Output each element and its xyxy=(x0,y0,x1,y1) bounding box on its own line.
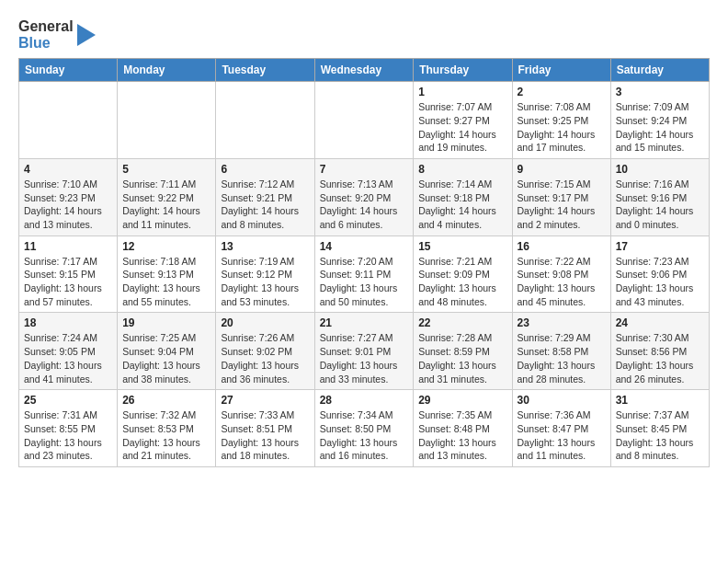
calendar-weekday-header: Tuesday xyxy=(216,59,314,82)
day-info: Sunrise: 7:22 AM Sunset: 9:08 PM Dayligh… xyxy=(518,255,606,309)
calendar-cell: 24Sunrise: 7:30 AM Sunset: 8:56 PM Dayli… xyxy=(610,313,709,390)
calendar-cell: 15Sunrise: 7:21 AM Sunset: 9:09 PM Dayli… xyxy=(414,236,512,313)
day-info: Sunrise: 7:21 AM Sunset: 9:09 PM Dayligh… xyxy=(418,255,506,309)
calendar-cell xyxy=(216,82,314,159)
day-number: 14 xyxy=(320,240,409,253)
calendar-cell: 6Sunrise: 7:12 AM Sunset: 9:21 PM Daylig… xyxy=(216,158,314,236)
logo-blue: Blue xyxy=(18,35,74,52)
calendar-cell: 18Sunrise: 7:24 AM Sunset: 9:05 PM Dayli… xyxy=(19,313,118,390)
day-info: Sunrise: 7:28 AM Sunset: 8:59 PM Dayligh… xyxy=(418,331,506,385)
calendar-cell: 9Sunrise: 7:15 AM Sunset: 9:17 PM Daylig… xyxy=(512,158,610,236)
calendar-cell: 13Sunrise: 7:19 AM Sunset: 9:12 PM Dayli… xyxy=(216,236,314,313)
day-number: 25 xyxy=(24,394,112,407)
day-info: Sunrise: 7:30 AM Sunset: 8:56 PM Dayligh… xyxy=(616,331,704,385)
day-number: 13 xyxy=(221,240,309,253)
calendar-cell: 23Sunrise: 7:29 AM Sunset: 8:58 PM Dayli… xyxy=(512,313,610,390)
day-info: Sunrise: 7:09 AM Sunset: 9:24 PM Dayligh… xyxy=(616,100,704,155)
day-info: Sunrise: 7:25 AM Sunset: 9:04 PM Dayligh… xyxy=(122,331,210,385)
day-info: Sunrise: 7:12 AM Sunset: 9:21 PM Dayligh… xyxy=(221,178,309,232)
calendar-week-row: 25Sunrise: 7:31 AM Sunset: 8:55 PM Dayli… xyxy=(19,390,710,467)
page-header: General Blue xyxy=(18,15,710,51)
calendar-weekday-header: Thursday xyxy=(414,59,512,82)
day-number: 30 xyxy=(518,394,606,407)
day-number: 21 xyxy=(320,316,409,329)
day-number: 2 xyxy=(518,86,606,98)
day-number: 31 xyxy=(616,394,704,407)
calendar-cell: 17Sunrise: 7:23 AM Sunset: 9:06 PM Dayli… xyxy=(610,236,709,313)
day-number: 1 xyxy=(418,86,506,98)
calendar-weekday-header: Sunday xyxy=(19,59,118,82)
calendar-header-row: SundayMondayTuesdayWednesdayThursdayFrid… xyxy=(19,59,710,82)
calendar-week-row: 18Sunrise: 7:24 AM Sunset: 9:05 PM Dayli… xyxy=(19,313,710,390)
day-number: 12 xyxy=(122,240,210,253)
calendar-cell xyxy=(19,82,118,159)
day-info: Sunrise: 7:15 AM Sunset: 9:17 PM Dayligh… xyxy=(518,178,606,232)
day-number: 16 xyxy=(518,240,606,253)
calendar-cell: 16Sunrise: 7:22 AM Sunset: 9:08 PM Dayli… xyxy=(512,236,610,313)
day-info: Sunrise: 7:10 AM Sunset: 9:23 PM Dayligh… xyxy=(24,178,112,232)
day-info: Sunrise: 7:13 AM Sunset: 9:20 PM Dayligh… xyxy=(320,178,409,232)
day-info: Sunrise: 7:32 AM Sunset: 8:53 PM Dayligh… xyxy=(122,408,210,463)
day-info: Sunrise: 7:31 AM Sunset: 8:55 PM Dayligh… xyxy=(24,408,112,463)
calendar-cell: 8Sunrise: 7:14 AM Sunset: 9:18 PM Daylig… xyxy=(414,158,512,236)
calendar-cell: 27Sunrise: 7:33 AM Sunset: 8:51 PM Dayli… xyxy=(216,390,314,467)
day-number: 19 xyxy=(122,316,210,329)
calendar-cell xyxy=(118,82,216,159)
calendar-cell: 4Sunrise: 7:10 AM Sunset: 9:23 PM Daylig… xyxy=(19,158,118,236)
day-number: 20 xyxy=(221,316,309,329)
day-info: Sunrise: 7:07 AM Sunset: 9:27 PM Dayligh… xyxy=(418,100,506,155)
day-info: Sunrise: 7:27 AM Sunset: 9:01 PM Dayligh… xyxy=(320,331,409,385)
day-number: 24 xyxy=(616,316,704,329)
calendar-weekday-header: Monday xyxy=(118,59,216,82)
logo: General Blue xyxy=(18,18,96,51)
day-info: Sunrise: 7:08 AM Sunset: 9:25 PM Dayligh… xyxy=(518,100,606,155)
day-number: 9 xyxy=(518,163,606,176)
day-number: 8 xyxy=(418,163,506,176)
calendar-cell: 21Sunrise: 7:27 AM Sunset: 9:01 PM Dayli… xyxy=(314,313,414,390)
day-number: 26 xyxy=(122,394,210,407)
day-info: Sunrise: 7:24 AM Sunset: 9:05 PM Dayligh… xyxy=(24,331,112,385)
day-info: Sunrise: 7:16 AM Sunset: 9:16 PM Dayligh… xyxy=(616,178,704,232)
logo-arrow-icon xyxy=(77,24,96,46)
calendar-weekday-header: Wednesday xyxy=(314,59,414,82)
day-info: Sunrise: 7:35 AM Sunset: 8:48 PM Dayligh… xyxy=(418,408,506,463)
day-number: 23 xyxy=(518,316,606,329)
day-number: 4 xyxy=(24,163,112,176)
day-info: Sunrise: 7:37 AM Sunset: 8:45 PM Dayligh… xyxy=(616,408,704,463)
calendar-cell: 20Sunrise: 7:26 AM Sunset: 9:02 PM Dayli… xyxy=(216,313,314,390)
calendar-cell: 14Sunrise: 7:20 AM Sunset: 9:11 PM Dayli… xyxy=(314,236,414,313)
calendar-cell: 26Sunrise: 7:32 AM Sunset: 8:53 PM Dayli… xyxy=(118,390,216,467)
day-info: Sunrise: 7:14 AM Sunset: 9:18 PM Dayligh… xyxy=(418,178,506,232)
calendar-cell xyxy=(314,82,414,159)
day-info: Sunrise: 7:36 AM Sunset: 8:47 PM Dayligh… xyxy=(518,408,606,463)
day-number: 3 xyxy=(616,86,704,98)
calendar-cell: 19Sunrise: 7:25 AM Sunset: 9:04 PM Dayli… xyxy=(118,313,216,390)
calendar-cell: 29Sunrise: 7:35 AM Sunset: 8:48 PM Dayli… xyxy=(414,390,512,467)
logo-general: General xyxy=(18,18,74,35)
calendar-cell: 7Sunrise: 7:13 AM Sunset: 9:20 PM Daylig… xyxy=(314,158,414,236)
day-info: Sunrise: 7:33 AM Sunset: 8:51 PM Dayligh… xyxy=(221,408,309,463)
day-number: 15 xyxy=(418,240,506,253)
calendar-cell: 2Sunrise: 7:08 AM Sunset: 9:25 PM Daylig… xyxy=(512,82,610,159)
day-number: 6 xyxy=(221,163,309,176)
calendar-cell: 5Sunrise: 7:11 AM Sunset: 9:22 PM Daylig… xyxy=(118,158,216,236)
calendar-cell: 30Sunrise: 7:36 AM Sunset: 8:47 PM Dayli… xyxy=(512,390,610,467)
day-info: Sunrise: 7:17 AM Sunset: 9:15 PM Dayligh… xyxy=(24,255,112,309)
day-info: Sunrise: 7:18 AM Sunset: 9:13 PM Dayligh… xyxy=(122,255,210,309)
calendar-cell: 11Sunrise: 7:17 AM Sunset: 9:15 PM Dayli… xyxy=(19,236,118,313)
day-number: 22 xyxy=(418,316,506,329)
day-info: Sunrise: 7:11 AM Sunset: 9:22 PM Dayligh… xyxy=(122,178,210,232)
day-info: Sunrise: 7:23 AM Sunset: 9:06 PM Dayligh… xyxy=(616,255,704,309)
calendar-cell: 12Sunrise: 7:18 AM Sunset: 9:13 PM Dayli… xyxy=(118,236,216,313)
calendar-cell: 10Sunrise: 7:16 AM Sunset: 9:16 PM Dayli… xyxy=(610,158,709,236)
day-number: 10 xyxy=(616,163,704,176)
day-info: Sunrise: 7:34 AM Sunset: 8:50 PM Dayligh… xyxy=(320,408,409,463)
calendar-cell: 22Sunrise: 7:28 AM Sunset: 8:59 PM Dayli… xyxy=(414,313,512,390)
calendar-cell: 3Sunrise: 7:09 AM Sunset: 9:24 PM Daylig… xyxy=(610,82,709,159)
calendar-cell: 28Sunrise: 7:34 AM Sunset: 8:50 PM Dayli… xyxy=(314,390,414,467)
day-number: 28 xyxy=(320,394,409,407)
calendar-weekday-header: Friday xyxy=(512,59,610,82)
day-info: Sunrise: 7:20 AM Sunset: 9:11 PM Dayligh… xyxy=(320,255,409,309)
day-info: Sunrise: 7:19 AM Sunset: 9:12 PM Dayligh… xyxy=(221,255,309,309)
calendar-cell: 25Sunrise: 7:31 AM Sunset: 8:55 PM Dayli… xyxy=(19,390,118,467)
